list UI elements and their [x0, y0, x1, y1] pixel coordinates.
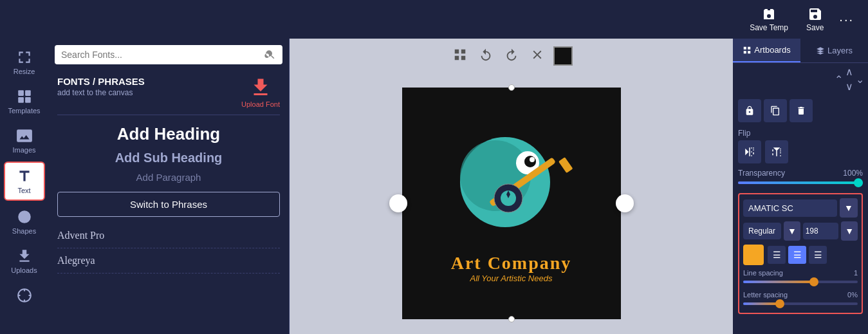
flip-section: Flip [733, 126, 868, 166]
align-center-button[interactable]: ☰ [788, 246, 806, 264]
align-left-button[interactable]: ☰ [768, 246, 786, 264]
canvas-toolbar [438, 39, 586, 73]
upload-font-button[interactable]: Upload Font [241, 76, 280, 108]
fonts-subtitle: add text to the canvas [57, 88, 145, 97]
align-right-button[interactable]: ☰ [809, 246, 827, 264]
sidebar-item-templates[interactable]: Templates [4, 83, 45, 120]
letter-spacing-value: 0% [847, 291, 858, 299]
grid-button[interactable] [450, 45, 470, 66]
tab-layers[interactable]: Layers [800, 39, 868, 62]
more-options-button[interactable]: ··· [835, 8, 858, 31]
delete-button[interactable] [790, 99, 813, 122]
line-spacing-thumb[interactable] [809, 277, 818, 286]
left-sidebar: Resize Templates Images Text Shapes Uplo… [0, 39, 48, 334]
svg-rect-3 [25, 97, 31, 103]
expand-down-button[interactable]: ⌄ [854, 72, 865, 87]
right-panel: Artboards Layers ⌃ ∧ ∨ ⌄ [733, 39, 868, 334]
logo-svg [438, 124, 586, 253]
transparency-label-row: Transparency 100% [738, 169, 863, 178]
switch-phrases-button[interactable]: Switch to Phrases [57, 192, 280, 217]
font-size-dropdown-button[interactable]: ▼ [841, 221, 858, 241]
save-temp-button[interactable]: Save Temp [743, 3, 795, 36]
canvas[interactable]: Art Company All Your Artistic Needs ‹ › [402, 88, 621, 319]
canvas-area: Art Company All Your Artistic Needs ‹ › [290, 39, 733, 334]
sidebar-item-text[interactable]: Text [4, 162, 45, 201]
redo-button[interactable] [502, 45, 521, 66]
layers-tab-label: Layers [827, 46, 853, 55]
save-label: Save [806, 23, 824, 32]
flip-label: Flip [738, 129, 863, 138]
left-arrow-button[interactable]: ‹ [389, 194, 407, 212]
svg-rect-0 [18, 90, 24, 96]
sidebar-item-resize[interactable]: Resize [4, 44, 45, 80]
transparency-thumb[interactable] [854, 178, 863, 187]
list-item[interactable]: Advent Pro [57, 223, 280, 248]
handle-top[interactable] [508, 84, 515, 91]
svg-rect-2 [18, 97, 24, 103]
font-style-select[interactable]: Regular [743, 223, 781, 239]
add-heading-button[interactable]: Add Heading [117, 124, 220, 144]
font-name-select[interactable]: AMATIC SC [743, 199, 837, 217]
text-label: Text [17, 187, 30, 194]
letter-spacing-section: Letter spacing 0% [743, 291, 858, 309]
flip-horizontal-button[interactable] [738, 140, 761, 163]
search-input[interactable] [61, 50, 259, 60]
lock-button[interactable] [738, 99, 761, 122]
font-color-button[interactable] [743, 245, 764, 265]
align-buttons: ☰ ☰ ☰ [768, 246, 827, 264]
chevron-up-button[interactable]: ∧ [844, 64, 854, 79]
line-spacing-label-row: Line spacing 1 [743, 269, 858, 277]
tab-artboards[interactable]: Artboards [733, 39, 800, 62]
svg-rect-15 [748, 46, 750, 49]
artboards-tab-label: Artboards [754, 45, 790, 55]
background-color-swatch[interactable] [553, 46, 573, 66]
shapes-label: Shapes [12, 227, 36, 235]
top-toolbar: Save Temp Save ··· [0, 0, 868, 39]
svg-rect-16 [744, 51, 746, 53]
divider [57, 115, 280, 115]
flip-vertical-button[interactable] [765, 140, 788, 163]
add-subheading-button[interactable]: Add Sub Heading [115, 151, 223, 165]
font-name-dropdown-button[interactable]: ▼ [840, 198, 858, 218]
control-row [738, 99, 863, 122]
close-canvas-button[interactable] [528, 45, 547, 66]
save-button[interactable]: Save [800, 3, 830, 36]
sidebar-item-images[interactable]: Images [4, 122, 45, 159]
letter-spacing-label-row: Letter spacing 0% [743, 291, 858, 299]
letter-spacing-fill [743, 302, 777, 305]
letter-spacing-label: Letter spacing [743, 291, 788, 299]
svg-rect-14 [744, 46, 746, 49]
transparency-label: Transparency [738, 169, 785, 178]
sidebar-item-chat[interactable] [4, 282, 45, 311]
font-style-dropdown-button[interactable]: ▼ [784, 221, 800, 241]
collapse-up-button[interactable]: ⌃ [833, 72, 844, 87]
letter-spacing-thumb[interactable] [775, 299, 784, 308]
sidebar-item-shapes[interactable]: Shapes [4, 203, 45, 240]
chevron-down-button[interactable]: ∨ [844, 79, 854, 94]
line-spacing-section: Line spacing 1 [743, 269, 858, 287]
letter-spacing-slider[interactable] [743, 302, 858, 305]
sidebar-item-uploads[interactable]: Uploads [4, 243, 45, 279]
handle-bottom[interactable] [508, 316, 515, 322]
add-paragraph-button[interactable]: Add Paragraph [136, 172, 201, 183]
font-name-row: AMATIC SC ▼ [743, 198, 858, 218]
font-list: Advent Pro Alegreya [48, 221, 289, 334]
logo-display: Art Company All Your Artistic Needs [438, 124, 586, 283]
uploads-label: Uploads [11, 266, 37, 274]
color-align-row: ☰ ☰ ☰ [743, 245, 858, 265]
right-arrow-button[interactable]: › [616, 194, 634, 212]
main-area: Resize Templates Images Text Shapes Uplo… [0, 39, 868, 334]
logo-text-sub: All Your Artistic Needs [470, 274, 553, 283]
save-temp-label: Save Temp [750, 23, 788, 32]
list-item[interactable]: Alegreya [57, 248, 280, 274]
search-bar [55, 45, 282, 64]
transparency-value: 100% [843, 169, 863, 178]
undo-button[interactable] [476, 45, 495, 66]
line-spacing-slider[interactable] [743, 281, 858, 283]
font-size-select[interactable]: 198 [803, 223, 839, 239]
fonts-header: FONTS / PHRASES add text to the canvas U… [48, 71, 289, 111]
svg-rect-11 [559, 157, 573, 173]
transparency-section: Transparency 100% [733, 166, 868, 190]
copy-button[interactable] [764, 99, 787, 122]
transparency-slider[interactable] [738, 181, 863, 184]
